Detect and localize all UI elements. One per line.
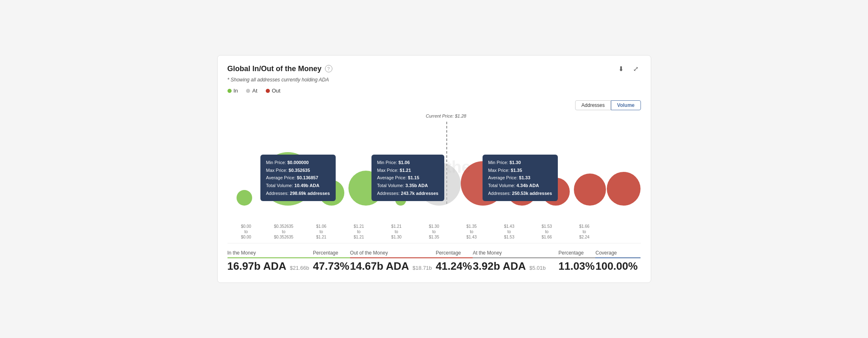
- bubble-col-9: [573, 123, 607, 206]
- stat-at-pct-label: Percentage: [558, 250, 595, 258]
- bubble-5: [418, 162, 461, 206]
- legend-label-out: Out: [272, 88, 281, 94]
- stat-at-money-label: At the Money: [473, 250, 558, 258]
- legend-dot-out: [266, 89, 270, 93]
- x-label-6: $1.35to$1.43: [453, 224, 490, 240]
- stat-out-money-usd: $18.71b: [413, 265, 432, 271]
- x-axis: $0.00to$0.00 $0.352635to$0.352635 $1.06t…: [227, 224, 641, 240]
- bubble-2: [319, 180, 344, 206]
- legend-dot-in: [227, 89, 232, 93]
- legend-dot-at: [246, 89, 250, 93]
- download-icon[interactable]: ⬇: [616, 64, 626, 74]
- stats-row: In the Money 16.97b ADA $21.66b Percenta…: [227, 243, 641, 273]
- bubble-col-7: [505, 123, 539, 206]
- current-price-label: Current Price: $1.28: [426, 113, 466, 118]
- legend: In At Out: [227, 88, 641, 94]
- bubble-col-1: [261, 123, 315, 206]
- stat-out-money: Out of the Money 14.67b ADA $18.71b: [350, 250, 436, 273]
- x-label-7: $1.43to$1.53: [490, 224, 528, 240]
- bubble-col-6: [461, 123, 505, 206]
- stat-at-pct-value: 11.03%: [558, 260, 595, 273]
- x-label-4: $1.21to$1.30: [378, 224, 415, 240]
- header-left: Global In/Out of the Money ?: [227, 65, 332, 73]
- bubble-col-5: [418, 123, 461, 206]
- stat-in-pct-label: Percentage: [313, 250, 350, 258]
- x-label-9: $1.66to$2.24: [566, 224, 603, 240]
- stat-out-pct: Percentage 41.24%: [436, 250, 473, 273]
- stat-at-pct: Percentage 11.03%: [558, 250, 595, 273]
- volume-toggle[interactable]: Volume: [611, 100, 641, 110]
- bubble-10: [607, 172, 641, 206]
- stat-out-money-amount: 14.67b ADA: [350, 260, 409, 272]
- x-label-3: $1.21to$1.21: [340, 224, 378, 240]
- toggle-buttons: Addresses Volume: [227, 100, 641, 110]
- stat-out-money-label: Out of the Money: [350, 250, 436, 258]
- bubble-col-10: [607, 123, 641, 206]
- card: Global In/Out of the Money ? ⬇ ⤢ * Showi…: [217, 55, 651, 283]
- stat-coverage-label: Coverage: [595, 250, 641, 258]
- header: Global In/Out of the Money ? ⬇ ⤢: [227, 64, 641, 74]
- x-label-8: $1.53to$1.66: [528, 224, 565, 240]
- stat-coverage-value: 100.00%: [595, 260, 641, 273]
- help-icon[interactable]: ?: [325, 65, 332, 72]
- stat-out-pct-label: Percentage: [436, 250, 473, 258]
- chart-area: Current Price: $1.28 ⊠ intothe: [227, 113, 641, 220]
- stat-at-money-value: 3.92b ADA $5.01b: [473, 260, 558, 273]
- legend-out: Out: [266, 88, 281, 94]
- stat-at-money-amount: 3.92b ADA: [473, 260, 526, 272]
- stat-out-pct-value: 41.24%: [436, 260, 473, 273]
- bubble-0: [237, 190, 252, 206]
- bubble-7: [506, 175, 537, 206]
- page-title: Global In/Out of the Money: [227, 65, 322, 73]
- stat-coverage: Coverage 100.00%: [595, 250, 641, 273]
- bubble-6: [461, 161, 505, 206]
- legend-in: In: [227, 88, 238, 94]
- bubbles-container: [227, 123, 641, 206]
- bubble-4: [395, 195, 406, 206]
- legend-label-in: In: [234, 88, 238, 94]
- bubble-col-3: [348, 123, 383, 206]
- bubble-8: [542, 178, 570, 206]
- stat-in-money-amount: 16.97b ADA: [227, 260, 287, 272]
- stat-out-money-value: 14.67b ADA $18.71b: [350, 260, 436, 273]
- bubble-3: [348, 171, 383, 206]
- addresses-toggle[interactable]: Addresses: [575, 100, 611, 110]
- bubble-col-8: [539, 123, 573, 206]
- header-actions: ⬇ ⤢: [616, 64, 641, 74]
- x-label-0: $0.00to$0.00: [227, 224, 265, 240]
- bubble-9: [574, 174, 606, 206]
- bubble-col-4: [383, 123, 417, 206]
- bubble-col-0: [227, 123, 261, 206]
- stat-in-pct: Percentage 47.73%: [313, 250, 350, 273]
- legend-at: At: [246, 88, 257, 94]
- x-label-1: $0.352635to$0.352635: [265, 224, 302, 240]
- stat-in-money-label: In the Money: [227, 250, 313, 258]
- stat-in-pct-value: 47.73%: [313, 260, 350, 273]
- bubble-1: [261, 152, 315, 206]
- x-label-10: [603, 224, 641, 240]
- subtitle: * Showing all addresses currently holdin…: [227, 77, 641, 83]
- bubble-col-2: [315, 123, 348, 206]
- stat-in-money-usd: $21.66b: [290, 265, 309, 271]
- stat-at-money-usd: $5.01b: [529, 265, 546, 271]
- stat-in-money-value: 16.97b ADA $21.66b: [227, 260, 313, 273]
- x-label-2: $1.06to$1.21: [302, 224, 340, 240]
- legend-label-at: At: [252, 88, 257, 94]
- stat-at-money: At the Money 3.92b ADA $5.01b: [473, 250, 558, 273]
- stat-in-money: In the Money 16.97b ADA $21.66b: [227, 250, 313, 273]
- x-label-5: $1.30to$1.35: [415, 224, 453, 240]
- expand-icon[interactable]: ⤢: [631, 64, 641, 74]
